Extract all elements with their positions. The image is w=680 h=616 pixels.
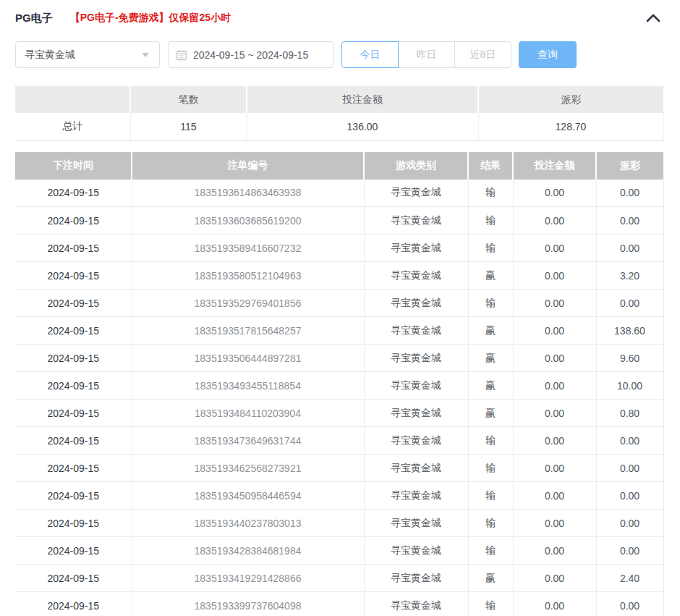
cell-bet-time: 2024-09-15 <box>15 400 132 427</box>
cell-game-type: 寻宝黄金城 <box>364 537 468 565</box>
cell-payout: 0.00 <box>596 482 663 510</box>
cell-order-id: 1835193484110203904 <box>132 400 364 427</box>
cell-bet-time: 2024-09-15 <box>15 427 132 455</box>
table-row: 2024-09-15 1835193419291428866 寻宝黄金城 赢 0… <box>15 565 663 592</box>
cell-order-id: 1835193493455118854 <box>132 372 364 400</box>
cell-bet-amount: 0.00 <box>513 235 596 262</box>
cell-result: 赢 <box>468 345 513 372</box>
summary-header-payout: 派彩 <box>478 86 663 113</box>
cell-game-type: 寻宝黄金城 <box>364 372 468 400</box>
cell-order-id: 1835193506444897281 <box>132 345 364 372</box>
cell-bet-amount: 0.00 <box>513 372 596 400</box>
cell-result: 输 <box>468 235 513 262</box>
chevron-up-icon <box>646 14 660 22</box>
cell-game-type: 寻宝黄金城 <box>364 400 468 427</box>
cell-game-type: 寻宝黄金城 <box>364 592 468 616</box>
cell-bet-amount: 0.00 <box>513 565 596 592</box>
header-bet-time: 下注时间 <box>15 152 132 180</box>
cell-game-type: 寻宝黄金城 <box>364 345 468 372</box>
summary-bet-amount-value: 136.00 <box>247 113 478 140</box>
cell-bet-amount: 0.00 <box>513 592 596 616</box>
table-row: 2024-09-15 1835193428384681984 寻宝黄金城 输 0… <box>15 537 663 565</box>
cell-result: 输 <box>468 290 513 317</box>
summary-total-row: 总计 115 136.00 128.70 <box>15 113 663 140</box>
cell-result: 输 <box>468 455 513 482</box>
cell-bet-amount: 0.00 <box>513 290 596 317</box>
cell-game-type: 寻宝黄金城 <box>364 565 468 592</box>
cell-result: 输 <box>468 427 513 455</box>
cell-result: 赢 <box>468 400 513 427</box>
cell-bet-amount: 0.00 <box>513 482 596 510</box>
cell-result: 输 <box>468 180 513 207</box>
cell-bet-time: 2024-09-15 <box>15 565 132 592</box>
cell-bet-time: 2024-09-15 <box>15 592 132 616</box>
cell-bet-amount: 0.00 <box>513 207 596 235</box>
cell-bet-amount: 0.00 <box>513 427 596 455</box>
table-row: 2024-09-15 1835193506444897281 寻宝黄金城 赢 0… <box>15 345 663 372</box>
cell-game-type: 寻宝黄金城 <box>364 235 468 262</box>
cell-bet-time: 2024-09-15 <box>15 537 132 565</box>
cell-payout: 2.40 <box>596 565 663 592</box>
cell-result: 输 <box>468 207 513 235</box>
header-bet-amount: 投注金额 <box>513 152 596 180</box>
notice-text: 【PG电子-免费游戏】仅保留25小时 <box>70 12 231 25</box>
cell-bet-time: 2024-09-15 <box>15 235 132 262</box>
summary-header-row: 笔数 投注金额 派彩 <box>15 86 663 113</box>
date-range-input[interactable]: 2024-09-15 ~ 2024-09-15 <box>168 41 333 68</box>
date-range-value: 2024-09-15 ~ 2024-09-15 <box>193 49 308 61</box>
summary-payout-value: 128.70 <box>478 113 663 140</box>
cell-bet-time: 2024-09-15 <box>15 180 132 207</box>
table-row: 2024-09-15 1835193493455118854 寻宝黄金城 赢 0… <box>15 372 663 400</box>
table-row: 2024-09-15 1835193473649631744 寻宝黄金城 输 0… <box>15 427 663 455</box>
cell-order-id: 1835193450958446594 <box>132 482 364 510</box>
cell-order-id: 1835193589416607232 <box>132 235 364 262</box>
summary-header-count: 笔数 <box>130 86 247 113</box>
cell-payout: 9.60 <box>596 345 663 372</box>
cell-order-id: 1835193614863463938 <box>132 180 364 207</box>
cell-result: 输 <box>468 482 513 510</box>
cell-game-type: 寻宝黄金城 <box>364 290 468 317</box>
cell-order-id: 1835193473649631744 <box>132 427 364 455</box>
cell-bet-time: 2024-09-15 <box>15 372 132 400</box>
last-8-days-button[interactable]: 近8日 <box>454 41 511 68</box>
summary-count-value: 115 <box>130 113 247 140</box>
table-row: 2024-09-15 1835193440237803013 寻宝黄金城 输 0… <box>15 510 663 537</box>
summary-header-blank <box>15 86 130 113</box>
cell-payout: 0.00 <box>596 290 663 317</box>
cell-bet-time: 2024-09-15 <box>15 317 132 345</box>
cell-order-id: 1835193517815648257 <box>132 317 364 345</box>
collapse-button[interactable] <box>646 14 660 22</box>
panel-header: PG电子 【PG电子-免费游戏】仅保留25小时 <box>15 7 663 29</box>
cell-payout: 3.20 <box>596 262 663 290</box>
cell-order-id: 1835193428384681984 <box>132 537 364 565</box>
header-result: 结果 <box>468 152 513 180</box>
yesterday-button[interactable]: 昨日 <box>398 41 455 68</box>
cell-game-type: 寻宝黄金城 <box>364 482 468 510</box>
table-row: 2024-09-15 1835193450958446594 寻宝黄金城 输 0… <box>15 482 663 510</box>
table-row: 2024-09-15 1835193580512104963 寻宝黄金城 赢 0… <box>15 262 663 290</box>
cell-result: 赢 <box>468 317 513 345</box>
cell-order-id: 1835193419291428866 <box>132 565 364 592</box>
summary-header-bet-amount: 投注金额 <box>247 86 478 113</box>
table-row: 2024-09-15 1835193529769401856 寻宝黄金城 输 0… <box>15 290 663 317</box>
cell-result: 输 <box>468 592 513 616</box>
today-button[interactable]: 今日 <box>341 41 399 68</box>
cell-result: 赢 <box>468 565 513 592</box>
cell-bet-time: 2024-09-15 <box>15 455 132 482</box>
cell-game-type: 寻宝黄金城 <box>364 510 468 537</box>
cell-order-id: 1835193462568273921 <box>132 455 364 482</box>
cell-bet-time: 2024-09-15 <box>15 482 132 510</box>
cell-payout: 0.00 <box>596 510 663 537</box>
cell-result: 输 <box>468 537 513 565</box>
cell-bet-time: 2024-09-15 <box>15 510 132 537</box>
search-button[interactable]: 查询 <box>519 41 577 68</box>
cell-payout: 0.00 <box>596 235 663 262</box>
table-row: 2024-09-15 1835193517815648257 寻宝黄金城 赢 0… <box>15 317 663 345</box>
filter-bar: 寻宝黄金城 2024-09-15 ~ 2024-09-15 今日 昨日 近8日 … <box>15 41 663 68</box>
page-title: PG电子 <box>15 12 53 25</box>
game-select[interactable]: 寻宝黄金城 <box>15 41 160 68</box>
header-game-type: 游戏类别 <box>364 152 468 180</box>
table-row: 2024-09-15 1835193589416607232 寻宝黄金城 输 0… <box>15 235 663 262</box>
caret-down-icon <box>142 53 149 57</box>
cell-bet-time: 2024-09-15 <box>15 345 132 372</box>
